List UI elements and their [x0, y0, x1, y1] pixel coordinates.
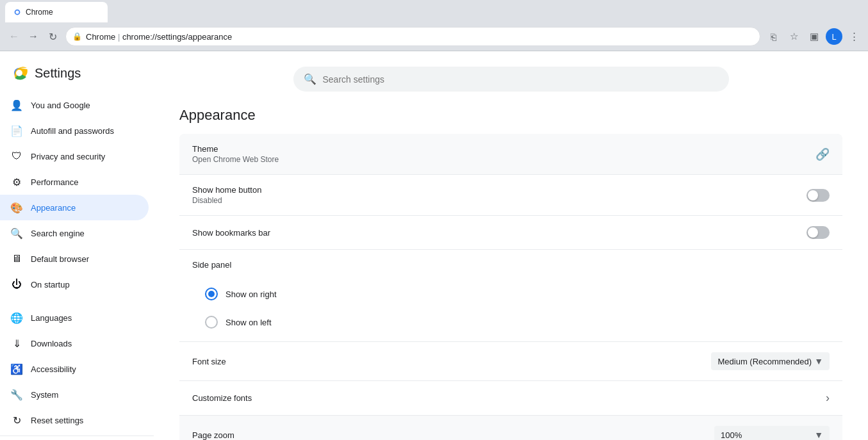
- security-icon: 🔒: [72, 32, 82, 41]
- bookmarks-bar-label: Show bookmarks bar: [192, 228, 807, 238]
- settings-content: 🔍 Appearance Theme Open Chrome Web Store…: [154, 51, 868, 440]
- home-button-label: Show home button: [192, 185, 807, 195]
- address-url: chrome://settings/appearance: [122, 32, 232, 42]
- radio-circle-left: [205, 316, 218, 329]
- back-button[interactable]: ←: [5, 28, 23, 45]
- layout-button[interactable]: ▣: [805, 28, 823, 45]
- settings-row-bookmarks-bar[interactable]: Show bookmarks bar: [179, 216, 842, 250]
- settings-row-theme[interactable]: Theme Open Chrome Web Store 🔗: [179, 134, 842, 175]
- share-button[interactable]: ⎗: [764, 28, 782, 45]
- home-button-sub: Disabled: [192, 196, 807, 205]
- radio-show-on-left[interactable]: Show on left: [205, 308, 830, 336]
- settings-row-side-panel: Side panel: [179, 250, 842, 275]
- sidebar-item-autofill[interactable]: 📄 Autofill and passwords: [0, 118, 149, 143]
- radio-show-on-right[interactable]: Show on right: [205, 280, 830, 308]
- menu-button[interactable]: ⋮: [845, 28, 863, 45]
- settings-row-home-button[interactable]: Show home button Disabled: [179, 175, 842, 216]
- globe-icon: 🌐: [10, 311, 23, 324]
- sidebar-gap-1: [0, 297, 154, 305]
- sidebar-label-default-browser: Default browser: [31, 254, 89, 264]
- sidebar: Settings 👤 You and Google 📄 Autofill and…: [0, 51, 154, 440]
- sidebar-item-reset-settings[interactable]: ↻ Reset settings: [0, 407, 149, 433]
- search-bar-wrap: 🔍: [179, 67, 842, 92]
- theme-row-text: Theme Open Chrome Web Store: [192, 144, 815, 164]
- settings-title: Settings: [35, 66, 81, 81]
- power-icon: ⏻: [10, 278, 23, 291]
- sidebar-label-reset-settings: Reset settings: [31, 416, 83, 425]
- customize-fonts-row-text: Customize fonts: [192, 393, 826, 403]
- settings-row-page-zoom[interactable]: Page zoom 100% ▼: [179, 416, 842, 440]
- reset-icon: ↻: [10, 414, 23, 427]
- browser-toolbar: ← → ↻ 🔒 Chrome | chrome://settings/appea…: [0, 22, 868, 51]
- home-button-toggle[interactable]: [807, 189, 830, 202]
- theme-external-icon: 🔗: [815, 147, 830, 161]
- address-bar[interactable]: 🔒 Chrome | chrome://settings/appearance: [65, 27, 760, 46]
- main-layout: Settings 👤 You and Google 📄 Autofill and…: [0, 51, 868, 440]
- bookmarks-bar-control: [807, 226, 830, 239]
- sidebar-item-accessibility[interactable]: ♿ Accessibility: [0, 356, 149, 382]
- sidebar-item-system[interactable]: 🔧 System: [0, 382, 149, 407]
- toolbar-icons: ⎗ ☆ ▣ L ⋮: [764, 28, 863, 45]
- side-panel-row-text: Side panel: [192, 260, 830, 270]
- sidebar-item-search-engine[interactable]: 🔍 Search engine: [0, 220, 149, 246]
- page-zoom-control: 100% ▼: [714, 426, 830, 440]
- bookmarks-bar-toggle[interactable]: [807, 226, 830, 239]
- sidebar-item-you-and-google[interactable]: 👤 You and Google: [0, 92, 149, 118]
- search-bar[interactable]: 🔍: [293, 67, 729, 92]
- sidebar-item-default-browser[interactable]: 🖥 Default browser: [0, 246, 149, 272]
- sidebar-item-appearance[interactable]: 🎨 Appearance: [0, 195, 149, 220]
- svg-point-1: [15, 10, 19, 13]
- radio-inner-right: [208, 291, 215, 297]
- settings-row-customize-fonts[interactable]: Customize fonts ›: [179, 381, 842, 416]
- profile-button[interactable]: L: [826, 28, 842, 45]
- side-panel-radio-group: Show on right Show on left: [179, 275, 842, 341]
- sidebar-label-appearance: Appearance: [31, 203, 76, 213]
- font-size-value: Medium (Recommended): [717, 357, 812, 366]
- sidebar-label-search-engine: Search engine: [31, 229, 85, 238]
- font-size-label: Font size: [192, 357, 711, 366]
- theme-control: 🔗: [815, 147, 830, 161]
- search-icon: 🔍: [10, 227, 23, 240]
- sidebar-item-on-startup[interactable]: ⏻ On startup: [0, 272, 149, 297]
- font-size-select[interactable]: Medium (Recommended) ▼: [711, 352, 830, 370]
- settings-row-font-size[interactable]: Font size Medium (Recommended) ▼: [179, 341, 842, 381]
- radio-label-right: Show on right: [225, 289, 277, 299]
- sidebar-item-privacy[interactable]: 🛡 Privacy and security: [0, 143, 149, 169]
- font-size-row-text: Font size: [192, 357, 711, 366]
- tab-title: Chrome: [26, 8, 100, 17]
- active-tab[interactable]: Chrome: [5, 2, 108, 22]
- wrench-icon: 🔧: [10, 388, 23, 401]
- page-title: Appearance: [179, 107, 842, 124]
- sidebar-label-you-and-google: You and Google: [31, 101, 90, 110]
- page-zoom-arrow-icon: ▼: [814, 430, 823, 440]
- bookmarks-bar-toggle-knob: [808, 227, 818, 238]
- bookmarks-bar-row-text: Show bookmarks bar: [192, 228, 807, 238]
- search-input[interactable]: [323, 74, 719, 85]
- sidebar-item-downloads[interactable]: ⇓ Downloads: [0, 330, 149, 356]
- page-zoom-row-text: Page zoom: [192, 430, 714, 440]
- radio-label-left: Show on left: [225, 318, 272, 327]
- page-zoom-select[interactable]: 100% ▼: [714, 426, 830, 440]
- forward-button[interactable]: →: [24, 28, 42, 45]
- theme-sub: Open Chrome Web Store: [192, 155, 815, 164]
- sidebar-item-languages[interactable]: 🌐 Languages: [0, 305, 149, 330]
- palette-icon: 🎨: [10, 201, 23, 214]
- home-button-control: [807, 189, 830, 202]
- sidebar-label-autofill: Autofill and passwords: [31, 126, 114, 136]
- settings-header: Settings: [0, 56, 154, 92]
- accessibility-icon: ♿: [10, 363, 23, 375]
- radio-circle-right: [205, 288, 218, 300]
- download-icon: ⇓: [10, 337, 23, 350]
- sidebar-item-performance[interactable]: ⚙ Performance: [0, 169, 149, 195]
- browser-icon: 🖥: [10, 252, 23, 265]
- site-name: Chrome | chrome://settings/appearance: [86, 32, 753, 42]
- tab-favicon: [13, 8, 22, 17]
- home-button-toggle-knob: [808, 190, 818, 200]
- bookmark-button[interactable]: ☆: [785, 28, 803, 45]
- theme-label: Theme: [192, 144, 815, 154]
- speed-icon: ⚙: [10, 175, 23, 188]
- address-site: Chrome: [86, 32, 115, 42]
- reload-button[interactable]: ↻: [44, 28, 61, 45]
- sidebar-label-languages: Languages: [31, 313, 72, 323]
- address-separator: |: [118, 32, 122, 42]
